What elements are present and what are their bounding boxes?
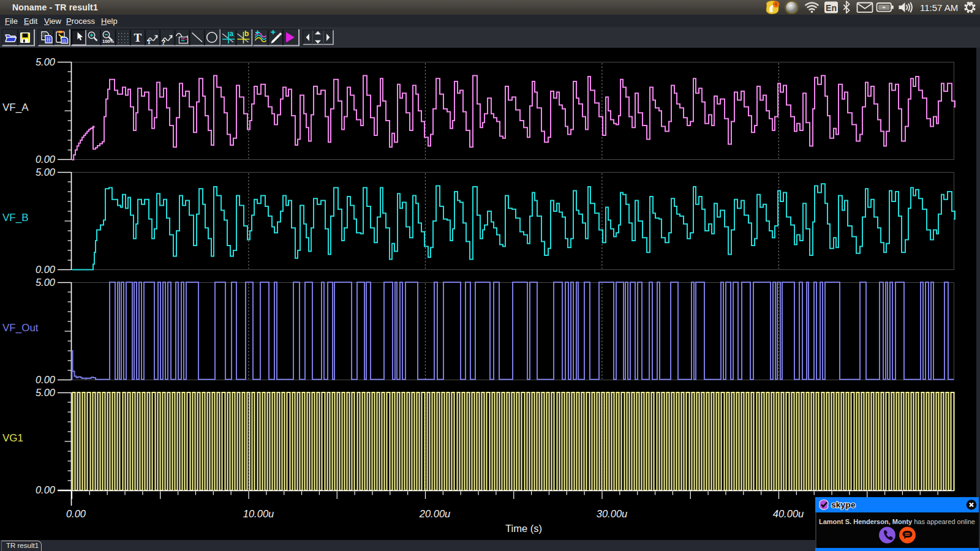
svg-text:40.00u: 40.00u — [773, 508, 804, 519]
svg-text:20.00u: 20.00u — [419, 508, 450, 519]
svg-text:5.00: 5.00 — [36, 56, 56, 67]
svg-text:0.00: 0.00 — [36, 264, 56, 275]
svg-text:skype: skype — [831, 500, 856, 509]
svg-text:?: ? — [162, 39, 166, 46]
svg-text:10.00u: 10.00u — [243, 508, 274, 519]
svg-text:En: En — [826, 3, 837, 13]
svg-text:11:57 AM: 11:57 AM — [920, 2, 958, 13]
svg-text:Time (s): Time (s) — [505, 523, 542, 534]
svg-text:VF_B: VF_B — [2, 212, 29, 223]
svg-text:0.00: 0.00 — [36, 484, 56, 495]
svg-text:b: b — [244, 29, 249, 38]
svg-text:VG1: VG1 — [2, 432, 23, 444]
svg-text:5.00: 5.00 — [36, 277, 56, 288]
svg-text:T: T — [147, 39, 151, 45]
svg-text:a: a — [230, 29, 234, 38]
svg-text:VF_Out: VF_Out — [2, 322, 39, 334]
svg-text:0.00: 0.00 — [36, 154, 56, 165]
svg-text:0.00: 0.00 — [66, 508, 86, 519]
svg-text:5.00: 5.00 — [36, 167, 56, 178]
svg-text:VF_A: VF_A — [2, 102, 29, 113]
svg-text:T: T — [134, 31, 142, 44]
svg-text:0.00: 0.00 — [36, 374, 56, 385]
svg-text:5.00: 5.00 — [36, 387, 56, 398]
svg-text:30.00u: 30.00u — [597, 508, 627, 519]
svg-text:100%: 100% — [102, 39, 115, 44]
